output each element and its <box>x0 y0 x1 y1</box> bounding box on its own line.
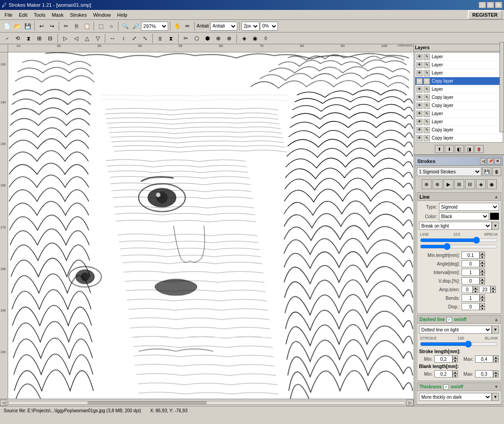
ampben-spin1[interactable]: ▲ ▼ <box>473 286 478 293</box>
strokes-tool-f[interactable]: ◈ <box>476 179 486 189</box>
thickness-section-header[interactable]: Thickness ✓ on/off ▼ <box>417 383 501 391</box>
break-select[interactable]: Break on light Break on dark No break <box>419 222 492 230</box>
ampben-up2[interactable]: ▲ <box>490 286 496 289</box>
angle-input[interactable] <box>462 260 480 267</box>
line-section-header[interactable]: Line ▲ <box>417 193 501 201</box>
strokes-preset-select[interactable]: 1 Sigmoid Strokes <box>417 167 481 176</box>
zoom-out-button[interactable]: 🔎 <box>131 21 141 31</box>
hand-button[interactable]: ✋ <box>172 21 182 31</box>
stroke-tool-15[interactable]: ⧗ <box>166 33 176 43</box>
stroke-min-down[interactable]: ▼ <box>452 359 458 363</box>
layer-visibility[interactable]: 👁 <box>416 86 423 93</box>
strokes-preset-delete[interactable]: 🗑 <box>492 167 501 176</box>
layer-visibility[interactable]: 👁 <box>416 135 423 141</box>
thickness-checkbox[interactable]: ✓ <box>443 384 449 390</box>
min-length-down[interactable]: ▼ <box>480 255 485 259</box>
blank-max-up[interactable]: ▲ <box>493 370 499 374</box>
h-scrollbar[interactable]: ◁ ▷ <box>0 399 414 406</box>
dashed-preset-expand[interactable]: ▼ <box>492 326 499 334</box>
layer-visibility[interactable]: 👁 <box>416 54 423 60</box>
strokes-close[interactable]: ✕ <box>495 158 501 164</box>
layer-visibility[interactable]: 👁 <box>416 70 423 76</box>
break-expand[interactable]: ▼ <box>492 222 499 230</box>
vdisp-spin[interactable]: ▲ ▼ <box>480 277 485 284</box>
layer-visibility[interactable]: 👁 <box>416 111 423 117</box>
stroke-tool-4[interactable]: ⊞ <box>34 33 44 43</box>
layer-align-left[interactable]: ◧ <box>455 145 464 153</box>
stroke-tool-1[interactable]: ⌿ <box>2 33 12 43</box>
ampben-input1[interactable] <box>462 286 473 293</box>
blank-max-input[interactable] <box>475 370 493 377</box>
stroke-tool-2[interactable]: ⟲ <box>13 33 23 43</box>
layer-edit[interactable]: ✎ <box>424 70 430 76</box>
paste-button[interactable]: 📋 <box>82 21 92 31</box>
layer-item[interactable]: 👁 ✎ Layer <box>415 118 503 126</box>
interval-input[interactable] <box>462 269 480 276</box>
interval-down[interactable]: ▼ <box>480 272 485 276</box>
layer-move-up[interactable]: ⬆ <box>435 145 444 153</box>
stroke-min-input[interactable] <box>434 355 452 363</box>
stroke-max-down[interactable]: ▼ <box>493 359 499 363</box>
angle-up[interactable]: ▲ <box>480 260 485 264</box>
stroke-min-up[interactable]: ▲ <box>452 355 458 359</box>
stroke-max-input[interactable] <box>475 355 493 363</box>
layer-edit[interactable]: ✎ <box>424 111 430 117</box>
thickness-preset-expand[interactable]: ▼ <box>492 393 499 401</box>
opacity-select[interactable]: 0% <box>260 22 278 31</box>
min-length-up[interactable]: ▲ <box>480 252 485 255</box>
layer-align-right[interactable]: ◨ <box>465 145 474 153</box>
ampben-up1[interactable]: ▲ <box>473 286 478 289</box>
break-slider2[interactable] <box>420 244 498 249</box>
stroke-tool-9[interactable]: ▽ <box>93 33 103 43</box>
blank-min-input[interactable] <box>434 370 452 377</box>
layer-item[interactable]: 👁 ✎ Copy layer <box>415 134 503 142</box>
dashed-section-collapse[interactable]: ▲ <box>494 317 499 322</box>
thickness-preset-select[interactable]: More thickly on dark More thickly on lig… <box>419 393 492 401</box>
menu-help[interactable]: Help <box>114 11 130 19</box>
stroke-tool-16[interactable]: ✂ <box>181 33 191 43</box>
strokes-tool-e[interactable]: ⊟ <box>465 179 475 189</box>
stroke-tool-10[interactable]: ↔ <box>108 33 118 43</box>
stroke-tool-22[interactable]: ◉ <box>250 33 260 43</box>
bends-input[interactable] <box>462 294 480 302</box>
menu-file[interactable]: File <box>2 11 15 19</box>
layer-edit[interactable]: ✎ <box>424 119 430 125</box>
strokes-tool-b[interactable]: ⊗ <box>433 179 443 189</box>
layer-item[interactable]: 👁 ✎ Copy layer <box>415 126 503 134</box>
close-button[interactable]: ✕ <box>495 2 502 8</box>
stroke-tool-20[interactable]: ⊗ <box>224 33 234 43</box>
stroke-tool-21[interactable]: ◈ <box>239 33 249 43</box>
stroke-tool-5[interactable]: ⊟ <box>45 33 55 43</box>
color-select[interactable]: Black White <box>439 212 489 220</box>
cut-button[interactable]: ✂ <box>61 21 71 31</box>
layer-item[interactable]: 👁 ✎ Copy layer <box>415 93 503 102</box>
menu-window[interactable]: Window <box>90 11 113 19</box>
thickness-section-collapse[interactable]: ▼ <box>494 384 499 389</box>
layer-edit[interactable]: ✎ <box>424 135 430 141</box>
open-button[interactable]: 📂 <box>12 21 22 31</box>
layer-visibility[interactable]: 👁 <box>416 127 423 133</box>
layer-visibility[interactable]: 👁 <box>416 103 423 109</box>
stroke-tool-3[interactable]: ⧗ <box>24 33 33 43</box>
layer-edit[interactable]: ✎ <box>424 86 430 93</box>
strokes-tool-c[interactable]: ▶ <box>443 179 453 189</box>
menu-edit[interactable]: Edit <box>16 11 30 19</box>
blank-min-up[interactable]: ▲ <box>452 370 458 374</box>
layer-item[interactable]: 👁 ✎ Layer <box>415 85 503 93</box>
layer-visibility[interactable]: 👁 <box>416 119 423 125</box>
layer-edit[interactable]: ✎ <box>424 54 430 60</box>
blank-min-down[interactable]: ▼ <box>452 374 458 377</box>
layer-edit[interactable]: ✎ <box>424 78 430 84</box>
layer-visibility[interactable]: 👁 <box>416 94 423 101</box>
titlebar-controls[interactable]: _ □ ✕ <box>479 2 502 8</box>
disp-down[interactable]: ▼ <box>480 307 485 310</box>
color-swatch[interactable] <box>490 213 499 220</box>
blank-min-spin[interactable]: ▲ ▼ <box>452 370 458 377</box>
stroke-tool-7[interactable]: ◁ <box>71 33 81 43</box>
stroke-tool-13[interactable]: ⤡ <box>140 33 150 43</box>
save-button[interactable]: 💾 <box>23 21 33 31</box>
strokes-preset-save[interactable]: 💾 <box>482 167 491 176</box>
type-select[interactable]: Sigmoid Linear Curved <box>439 203 499 211</box>
blank-max-down[interactable]: ▼ <box>493 374 499 377</box>
zoom-in-button[interactable]: 🔍 <box>120 21 130 31</box>
